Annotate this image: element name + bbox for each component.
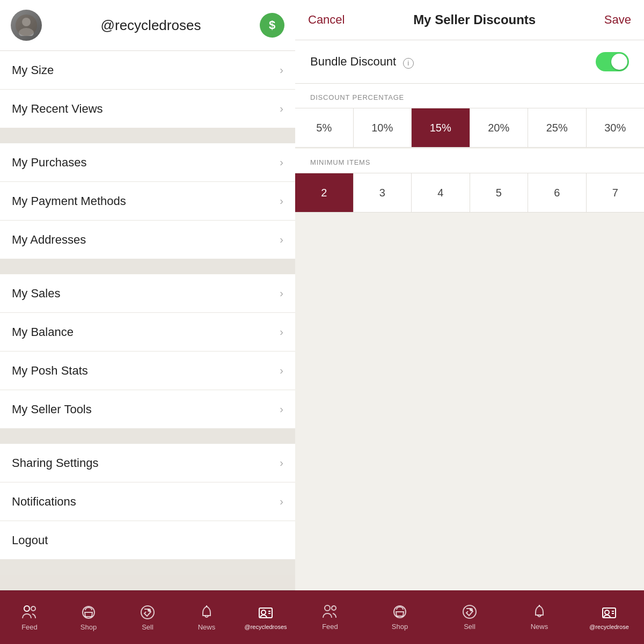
discount-option-20[interactable]: 20% [470, 108, 529, 147]
avatar [11, 10, 42, 41]
menu-item-my-recent-views[interactable]: My Recent Views › [0, 90, 295, 128]
svg-point-15 [463, 605, 476, 618]
chevron-icon: › [280, 457, 283, 469]
dollar-button[interactable]: $ [260, 13, 284, 38]
minimum-items-options: 2 3 4 5 6 7 [295, 173, 644, 212]
left-bottom-nav: Feed Shop Sell News [0, 590, 295, 644]
nav-label-feed: Feed [21, 623, 38, 631]
chevron-icon: › [280, 287, 283, 299]
discount-option-25[interactable]: 25% [528, 108, 587, 147]
right-nav-item-profile[interactable]: @recycledrose [574, 605, 644, 630]
discount-option-5[interactable]: 5% [295, 108, 354, 147]
bottom-spacer [0, 575, 295, 590]
bundle-discount-toggle[interactable] [596, 52, 629, 71]
right-sell-icon [462, 604, 478, 620]
menu-item-my-balance[interactable]: My Balance › [0, 313, 295, 352]
toggle-track [596, 52, 629, 71]
section-divider [0, 560, 295, 575]
chevron-icon: › [280, 195, 283, 207]
discount-option-10[interactable]: 10% [354, 108, 412, 147]
username: @recycledroses [42, 17, 260, 34]
menu-item-my-posh-stats[interactable]: My Posh Stats › [0, 352, 295, 390]
nav-label-sell: Sell [142, 623, 153, 631]
menu-item-my-addresses[interactable]: My Addresses › [0, 221, 295, 259]
right-nav-label-profile: @recycledrose [589, 624, 629, 630]
bundle-discount-row: Bundle Discount i [295, 40, 644, 84]
right-nav-item-feed[interactable]: Feed [295, 604, 365, 631]
svg-point-11 [261, 610, 266, 614]
nav-label-profile: @recycledroses [244, 624, 287, 630]
right-nav-item-sell[interactable]: Sell [435, 604, 504, 631]
right-shop-icon [392, 604, 408, 620]
nav-item-news[interactable]: News [177, 604, 236, 631]
menu-item-notifications[interactable]: Notifications › [0, 482, 295, 521]
menu-item-my-sales[interactable]: My Sales › [0, 274, 295, 313]
menu-item-my-payment-methods[interactable]: My Payment Methods › [0, 182, 295, 221]
right-nav-label-feed: Feed [322, 623, 338, 631]
news-bell-icon [199, 604, 215, 620]
minimum-items-label: MINIMUM ITEMS [295, 158, 644, 173]
right-nav-item-news[interactable]: News [504, 604, 574, 631]
min-items-option-4[interactable]: 4 [412, 173, 470, 212]
chevron-icon: › [280, 403, 283, 415]
bundle-discount-label-group: Bundle Discount i [310, 55, 414, 69]
menu-list: My Size › My Recent Views › My Purchases… [0, 51, 295, 590]
section-divider [0, 259, 295, 274]
nav-item-shop[interactable]: Shop [59, 604, 118, 631]
min-items-option-5[interactable]: 5 [470, 173, 529, 212]
discount-percentage-label: DISCOUNT PERCENTAGE [295, 93, 644, 108]
right-nav-label-news: News [531, 623, 548, 631]
discount-option-15[interactable]: 15% [412, 108, 470, 147]
discount-option-30[interactable]: 30% [587, 108, 645, 147]
svg-point-19 [605, 610, 609, 614]
right-news-bell-icon [531, 604, 547, 620]
cancel-button[interactable]: Cancel [308, 13, 345, 27]
right-content: Bundle Discount i DISCOUNT PERCENTAGE 5%… [295, 40, 644, 590]
menu-item-my-purchases[interactable]: My Purchases › [0, 143, 295, 182]
min-items-option-7[interactable]: 7 [587, 173, 645, 212]
toggle-thumb [611, 54, 627, 70]
right-nav-label-shop: Shop [392, 623, 408, 631]
right-panel: Cancel My Seller Discounts Save Bundle D… [295, 0, 644, 644]
menu-item-my-seller-tools[interactable]: My Seller Tools › [0, 390, 295, 429]
right-bottom-nav: Feed Shop Sell News [295, 590, 644, 644]
chevron-icon: › [280, 364, 283, 377]
info-icon[interactable]: i [403, 58, 414, 69]
svg-point-13 [332, 606, 336, 610]
feed-icon [21, 604, 38, 620]
sell-icon [140, 604, 156, 620]
chevron-icon: › [280, 64, 283, 76]
svg-rect-2 [16, 14, 37, 36]
profile-header: @recycledroses $ [0, 0, 295, 51]
nav-item-feed[interactable]: Feed [0, 604, 59, 631]
min-items-option-6[interactable]: 6 [528, 173, 587, 212]
right-header: Cancel My Seller Discounts Save [295, 0, 644, 40]
right-feed-icon [322, 604, 338, 620]
left-panel: @recycledroses $ My Size › My Recent Vie… [0, 0, 295, 644]
svg-point-5 [31, 606, 35, 611]
section-divider [0, 429, 295, 444]
bundle-discount-label: Bundle Discount [310, 55, 396, 68]
min-items-option-3[interactable]: 3 [354, 173, 412, 212]
right-profile-card-icon [601, 605, 617, 621]
page-title: My Seller Discounts [413, 12, 536, 27]
nav-item-sell[interactable]: Sell [118, 604, 177, 631]
nav-item-profile[interactable]: @recycledroses [236, 605, 295, 630]
save-button[interactable]: Save [604, 13, 631, 27]
min-items-option-2[interactable]: 2 [295, 173, 354, 212]
nav-label-news: News [198, 623, 216, 631]
menu-item-sharing-settings[interactable]: Sharing Settings › [0, 444, 295, 482]
chevron-icon: › [280, 495, 283, 508]
svg-point-7 [141, 606, 154, 619]
menu-item-my-size[interactable]: My Size › [0, 51, 295, 90]
menu-item-logout[interactable]: Logout [0, 521, 295, 560]
discount-percentage-section: DISCOUNT PERCENTAGE 5% 10% 15% 20% 25% 3… [295, 84, 644, 148]
right-nav-item-shop[interactable]: Shop [365, 604, 435, 631]
section-divider [0, 128, 295, 143]
profile-card-icon [258, 605, 274, 621]
shop-icon [80, 604, 97, 620]
chevron-icon: › [280, 103, 283, 115]
dollar-icon: $ [269, 18, 275, 32]
chevron-icon: › [280, 326, 283, 338]
minimum-items-section: MINIMUM ITEMS 2 3 4 5 6 7 [295, 149, 644, 213]
